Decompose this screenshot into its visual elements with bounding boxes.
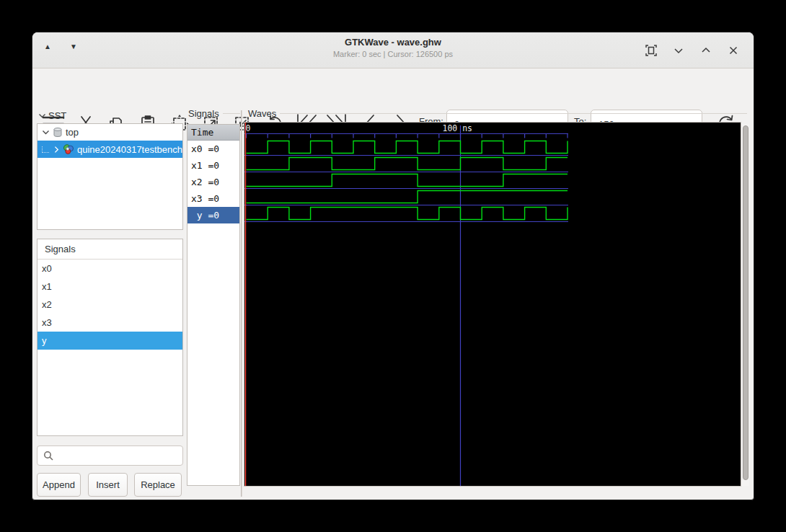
- sst-tree: top quine20240317testbench: [37, 123, 183, 230]
- chevron-down-icon: [673, 45, 684, 56]
- sst-expander[interactable]: SST: [38, 110, 66, 121]
- wave-canvas[interactable]: 0100 ns: [244, 122, 741, 487]
- signals-list: x0x1x2x3y: [37, 260, 182, 350]
- expander-chevron-icon: [38, 112, 46, 120]
- value-row-x3[interactable]: x3 =0: [187, 190, 239, 207]
- gtkwave-window: ▲ ▼ GTKWave - wave.ghw Marker: 0 sec | C…: [32, 32, 754, 500]
- values-list: x0 =0x1 =0x2 =0x3 =0 y =0: [187, 141, 239, 223]
- pane-splitter[interactable]: [241, 110, 242, 497]
- minimize-button[interactable]: [670, 41, 687, 60]
- append-button[interactable]: Append: [37, 473, 81, 497]
- signal-list-item-x0[interactable]: x0: [37, 260, 182, 278]
- signal-list-item-x2[interactable]: x2: [37, 296, 182, 314]
- tree-connector: [42, 146, 49, 153]
- main-area: SST top quine20240317tes: [32, 107, 754, 500]
- close-button[interactable]: [725, 41, 742, 60]
- close-icon: [728, 45, 739, 56]
- titlebar: ▲ ▼ GTKWave - wave.ghw Marker: 0 sec | C…: [32, 32, 754, 68]
- maximize-button[interactable]: [697, 41, 715, 60]
- wave-canvas-svg: 0100 ns: [244, 123, 741, 486]
- frame-line: [223, 113, 240, 114]
- value-row-y[interactable]: y =0: [187, 207, 239, 223]
- waves-frame-label: Waves: [248, 108, 276, 119]
- signal-search-box[interactable]: [37, 445, 183, 466]
- frame-line: [280, 113, 747, 114]
- insert-button[interactable]: Insert: [88, 473, 128, 497]
- chevron-up-icon: [700, 45, 712, 56]
- toolbar: From: To:: [32, 68, 754, 107]
- value-row-x1[interactable]: x1 =0: [187, 157, 239, 174]
- signal-list-item-x3[interactable]: x3: [37, 314, 182, 332]
- replace-button[interactable]: Replace: [134, 473, 182, 497]
- time-header[interactable]: Time: [187, 125, 239, 141]
- sst-label: SST: [48, 110, 66, 121]
- waves-vscroll-thumb[interactable]: [743, 125, 749, 480]
- values-frame-head: Signals: [188, 108, 240, 119]
- module-icon: [63, 143, 74, 155]
- svg-text:100 ns: 100 ns: [443, 123, 473, 133]
- signal-search-panel: Signals x0x1x2x3y: [37, 239, 183, 436]
- database-icon: [53, 127, 63, 138]
- tree-item-label: top: [66, 127, 79, 138]
- fullscreen-icon: [645, 44, 658, 57]
- svg-text:0: 0: [246, 123, 251, 133]
- values-frame-label: Signals: [188, 108, 219, 119]
- waves-frame-head: Waves: [248, 108, 747, 119]
- signal-values-panel: Time x0 =0x1 =0x2 =0x3 =0 y =0: [187, 124, 240, 486]
- waves-vscrollbar: [742, 124, 749, 486]
- tree-item-testbench[interactable]: quine20240317testbench: [37, 141, 182, 158]
- signals-header: Signals: [37, 239, 182, 260]
- search-icon: [43, 451, 54, 461]
- expander-chevron-icon: [53, 146, 61, 154]
- value-row-x2[interactable]: x2 =0: [187, 174, 239, 190]
- fullscreen-button[interactable]: [643, 41, 660, 60]
- signal-list-item-y[interactable]: y: [37, 332, 182, 350]
- expander-chevron-icon: [42, 128, 50, 136]
- tree-item-label: quine20240317testbench: [77, 144, 182, 155]
- signal-list-item-x1[interactable]: x1: [37, 278, 182, 296]
- tree-item-top[interactable]: top: [37, 124, 182, 141]
- value-row-x0[interactable]: x0 =0: [187, 141, 239, 157]
